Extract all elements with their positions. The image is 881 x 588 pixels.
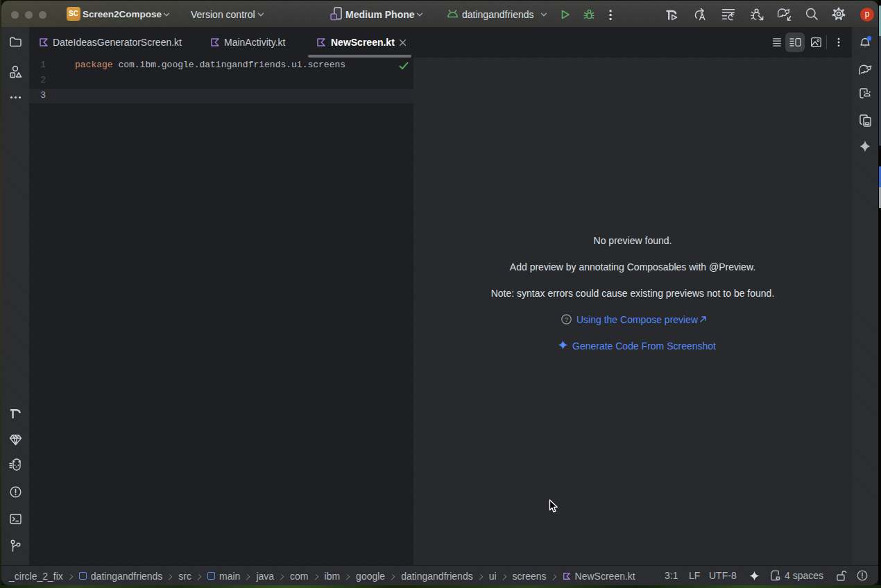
svg-text:?: ? <box>565 315 568 323</box>
